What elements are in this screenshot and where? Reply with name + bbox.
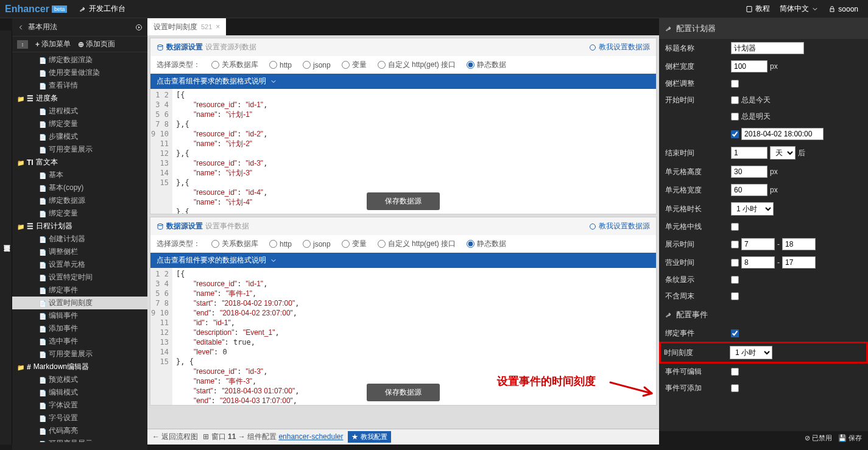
cell-mid-check[interactable] (731, 223, 739, 231)
radio-option[interactable]: jsonp (303, 240, 331, 248)
save-ds-button[interactable]: 保存数据源 (367, 384, 440, 401)
add-menu-button[interactable]: +添加菜单 (35, 39, 71, 49)
showtime-end[interactable] (782, 238, 816, 250)
title-input[interactable] (731, 42, 804, 54)
radio-option[interactable]: 关系数据库 (211, 239, 258, 249)
sidebar-item[interactable]: 编辑模式 (12, 386, 147, 399)
ds-help-link[interactable]: 教我设置数据源 (589, 42, 650, 52)
radio-option[interactable]: 关系数据库 (211, 60, 258, 70)
evadd-check[interactable] (731, 384, 739, 392)
showtime-check[interactable] (731, 241, 739, 248)
sidebar-item[interactable]: 代码高亮 (12, 424, 147, 437)
book-icon (746, 5, 753, 13)
stripe-check[interactable] (731, 276, 739, 284)
date-input[interactable] (741, 128, 824, 140)
radio-option[interactable]: 变量 (342, 60, 367, 70)
sidebar-item[interactable]: 绑定数据源 (12, 194, 147, 207)
sidebar-item[interactable]: 设置特定时间 (12, 271, 147, 284)
sidebar-item[interactable]: 预览模式 (12, 373, 147, 386)
date-check[interactable] (731, 130, 739, 138)
svg-point-3 (158, 44, 163, 46)
svg-point-6 (590, 223, 596, 229)
user-menu[interactable]: sooon (828, 5, 858, 13)
biztime-start[interactable] (741, 256, 775, 269)
help-config-button[interactable]: ★ 教我配置 (348, 431, 390, 443)
today-check[interactable] (731, 96, 739, 104)
label-show-time: 展示时间 (665, 239, 726, 250)
save-ds-button[interactable]: 保存数据源 (367, 192, 440, 210)
radio-option[interactable]: http (269, 240, 292, 248)
sidebar-item[interactable]: 进程模式 (12, 105, 147, 118)
side-width-input[interactable] (731, 60, 767, 72)
help-icon (589, 44, 596, 51)
noweekend-check[interactable] (731, 292, 739, 300)
sidebar-item[interactable]: 设置单元格 (12, 258, 147, 271)
end-unit-select[interactable]: 天 (770, 146, 796, 160)
close-icon[interactable]: × (216, 23, 220, 31)
back-link[interactable]: ← 返回流程图 (152, 432, 198, 442)
sidebar-item[interactable]: 步骤模式 (12, 130, 147, 143)
cell-w-input[interactable] (731, 184, 767, 196)
sidebar-item[interactable]: 编辑事件 (12, 309, 147, 322)
component-link[interactable]: enhancer-scheduler (278, 432, 343, 441)
sidebar-item[interactable]: 设置时间刻度 (12, 297, 147, 309)
radio-option[interactable]: 静态数据 (467, 60, 506, 70)
sidebar-item[interactable]: TI 富文本 (12, 156, 147, 169)
timescale-select[interactable]: 1 小时 (730, 346, 772, 359)
radio-option[interactable]: 自定义 http(get) 接口 (378, 60, 456, 70)
radio-option[interactable]: http (269, 61, 292, 69)
cell-d-select[interactable]: 1 小时 (731, 202, 774, 216)
sidebar-item[interactable]: 可用变量展示 (12, 437, 147, 442)
sidebar-item[interactable]: 调整侧栏 (12, 245, 147, 258)
sidebar-item[interactable]: 基本(copy) (12, 181, 147, 194)
chevron-left-icon[interactable] (17, 24, 24, 31)
sidebar-item[interactable]: ☰ 日程计划器 (12, 220, 147, 233)
lang-select[interactable]: 简体中文 (780, 4, 819, 14)
sidebar-item[interactable]: 查看详情 (12, 79, 147, 92)
grip-icon[interactable]: ↕ (17, 40, 28, 49)
sidebar-item[interactable]: 基本 (12, 169, 147, 181)
sidebar-item[interactable]: 可用变量展示 (12, 143, 147, 156)
sidebar-item[interactable]: ☰ 进度条 (12, 92, 147, 105)
biztime-check[interactable] (731, 259, 739, 267)
sidebar-item[interactable]: 字号设置 (12, 412, 147, 424)
end-value-input[interactable] (731, 147, 767, 159)
radio-option[interactable]: 自定义 http(get) 接口 (378, 239, 456, 249)
vrail-item[interactable]: 三页面管理 (2, 237, 12, 242)
radio-option[interactable]: jsonp (303, 61, 331, 69)
disable-button[interactable]: ⊘ 已禁用 (805, 434, 832, 443)
sidebar-item[interactable]: 绑定变量 (12, 118, 147, 130)
sidebar-item[interactable]: 选中事件 (12, 335, 147, 348)
ds-format-toggle[interactable]: 点击查看组件要求的数据格式说明 (150, 253, 656, 268)
cell-h-input[interactable] (731, 166, 767, 178)
ds-subtitle: 设置事件数据 (205, 221, 249, 231)
radio-option[interactable]: 变量 (342, 239, 367, 249)
ds-format-toggle[interactable]: 点击查看组件要求的数据格式说明 (150, 74, 656, 89)
play-icon[interactable] (135, 24, 143, 31)
tutorial-link[interactable]: 教程 (746, 4, 770, 14)
sidebar-item[interactable]: # Markdown编辑器 (12, 360, 147, 373)
showtime-start[interactable] (741, 238, 775, 250)
biztime-end[interactable] (782, 256, 816, 269)
sidebar-item[interactable]: 使用变量做渲染 (12, 66, 147, 79)
code-editor-1[interactable]: 1 2 3 4 5 6 7 8 9 10 11 12 13 14 15 [{ "… (150, 89, 656, 214)
sidebar-item[interactable]: 创建计划器 (12, 233, 147, 245)
evedit-check[interactable] (731, 368, 739, 376)
workbench-link[interactable]: 开发工作台 (79, 4, 125, 14)
sidebar-item[interactable]: 可用变量展示 (12, 348, 147, 360)
ds-help-link[interactable]: 教我设置数据源 (589, 221, 650, 231)
sidebar-item[interactable]: 绑定数据渲染 (12, 54, 147, 66)
chevron-down-icon (811, 5, 819, 13)
sidebar-item[interactable]: 绑定变量 (12, 207, 147, 220)
tab-active[interactable]: 设置时间刻度 521 × (147, 18, 226, 35)
sidebar-item[interactable]: 字体设置 (12, 399, 147, 412)
sidebar-item[interactable]: 绑定事件 (12, 284, 147, 297)
tomorrow-check[interactable] (731, 113, 739, 121)
radio-option[interactable]: 静态数据 (467, 239, 506, 249)
side-adjust-check[interactable] (731, 80, 739, 88)
add-page-button[interactable]: ⊕添加页面 (78, 39, 115, 49)
bindevent-check[interactable] (731, 329, 739, 337)
sidebar-tree[interactable]: 绑定数据渲染使用变量做渲染查看详情☰ 进度条进程模式绑定变量步骤模式可用变量展示… (12, 52, 147, 442)
save-button[interactable]: 💾 保存 (838, 434, 862, 443)
sidebar-item[interactable]: 添加事件 (12, 322, 147, 335)
